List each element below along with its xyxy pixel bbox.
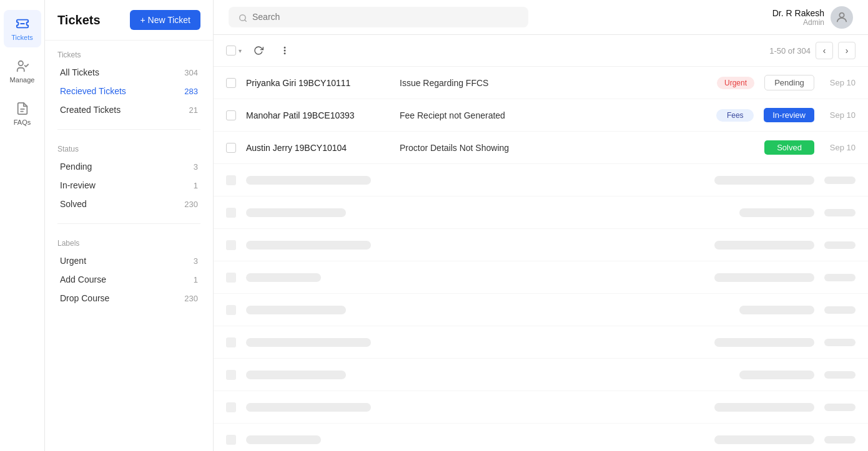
solved-count: 230 xyxy=(184,200,198,209)
created-tickets-count: 21 xyxy=(189,105,198,115)
ticket-status-2: In-review xyxy=(764,108,814,122)
pending-label: Pending xyxy=(60,162,92,172)
all-tickets-label: All Tickets xyxy=(60,67,99,77)
ticket-subject-2: Fee Reciept not Generated xyxy=(400,110,706,120)
pending-count: 3 xyxy=(194,162,198,172)
nav-manage-label: Manage xyxy=(10,76,35,84)
ticket-subject-3: Proctor Details Not Showing xyxy=(400,143,707,153)
toolbar: ▾ 1-50 of 304 ‹ › xyxy=(214,35,868,67)
main-header: Dr. R Rakesh Admin xyxy=(214,0,868,35)
ticket-name-1: Priyanka Giri 19BCY10111 xyxy=(246,78,390,88)
pagination: 1-50 of 304 ‹ › xyxy=(769,42,856,59)
svg-point-7 xyxy=(284,47,285,48)
select-dropdown-icon[interactable]: ▾ xyxy=(239,47,242,54)
ticket-row[interactable]: Manohar Patil 19BCE10393 Fee Reciept not… xyxy=(214,99,868,132)
skeleton-row xyxy=(214,229,868,261)
ticket-status-1: Pending xyxy=(764,75,814,90)
add-course-count: 1 xyxy=(194,275,198,284)
nav-tickets[interactable]: Tickets xyxy=(4,10,41,47)
sidebar-header: Tickets + New Ticket xyxy=(45,0,213,41)
svg-point-9 xyxy=(284,53,285,54)
sidebar-item-received-tickets[interactable]: Recieved Tickets 283 xyxy=(57,82,200,100)
nav-manage[interactable]: Manage xyxy=(4,52,41,90)
sidebar-title: Tickets xyxy=(57,13,101,27)
ticket-name-3: Austin Jerry 19BCY10104 xyxy=(246,143,390,153)
user-role: Admin xyxy=(772,18,824,27)
divider-1 xyxy=(57,129,200,130)
more-options-button[interactable] xyxy=(275,41,294,60)
skeleton-row xyxy=(214,326,868,359)
main-content: Dr. R Rakesh Admin ▾ xyxy=(214,0,868,451)
skeleton-row xyxy=(214,164,868,196)
new-ticket-button[interactable]: + New Ticket xyxy=(130,10,200,30)
sidebar-status-section: Status Pending 3 In-review 1 Solved 230 xyxy=(45,135,213,218)
ticket-label-2: Fees xyxy=(716,109,754,122)
sidebar-item-add-course[interactable]: Add Course 1 xyxy=(57,270,200,289)
ticket-date-2: Sep 10 xyxy=(824,110,856,120)
select-all-checkbox[interactable] xyxy=(226,46,236,56)
ticket-row[interactable]: Priyanka Giri 19BCY10111 Issue Regarding… xyxy=(214,67,868,99)
next-page-button[interactable]: › xyxy=(838,42,856,59)
tickets-list: Priyanka Giri 19BCY10111 Issue Regarding… xyxy=(214,67,868,451)
ticket-label-3 xyxy=(717,146,754,150)
sidebar-item-drop-course[interactable]: Drop Course 230 xyxy=(57,289,200,308)
sidebar-item-inreview[interactable]: In-review 1 xyxy=(57,176,200,195)
ticket-icon xyxy=(15,16,30,31)
nav-faqs-label: FAQs xyxy=(14,119,31,126)
sidebar-item-created-tickets[interactable]: Created Tickets 21 xyxy=(57,100,200,119)
ticket-checkbox-3[interactable] xyxy=(226,143,236,153)
inreview-count: 1 xyxy=(194,181,198,190)
urgent-label: Urgent xyxy=(60,256,86,266)
skeleton-row xyxy=(214,424,868,451)
ticket-checkbox-1[interactable] xyxy=(226,78,236,88)
labels-section-label: Labels xyxy=(57,239,200,248)
icon-nav: Tickets Manage FAQs xyxy=(0,0,45,451)
ticket-label-1: Urgent xyxy=(717,77,754,89)
refresh-button[interactable] xyxy=(249,41,268,60)
skeleton-row xyxy=(214,294,868,326)
drop-course-label: Drop Course xyxy=(60,293,109,303)
add-course-label: Add Course xyxy=(60,274,106,284)
drop-course-count: 230 xyxy=(184,294,198,303)
sidebar-item-solved[interactable]: Solved 230 xyxy=(57,195,200,213)
ticket-row[interactable]: Austin Jerry 19BCY10104 Proctor Details … xyxy=(214,132,868,164)
ticket-date-1: Sep 10 xyxy=(824,78,856,87)
ticket-status-3: Solved xyxy=(764,140,814,155)
ticket-name-2: Manohar Patil 19BCE10393 xyxy=(246,110,390,120)
skeleton-row xyxy=(214,359,868,391)
ticket-checkbox-2[interactable] xyxy=(226,110,236,120)
nav-faqs[interactable]: FAQs xyxy=(4,95,41,132)
skeleton-row xyxy=(214,391,868,424)
sidebar-tickets-section: Tickets All Tickets 304 Recieved Tickets… xyxy=(45,41,213,124)
faqs-icon xyxy=(15,101,30,116)
received-tickets-label: Recieved Tickets xyxy=(60,86,126,96)
avatar xyxy=(831,6,853,29)
nav-tickets-label: Tickets xyxy=(11,34,32,41)
sidebar-item-all-tickets[interactable]: All Tickets 304 xyxy=(57,63,200,82)
solved-label: Solved xyxy=(60,199,87,209)
sidebar-item-urgent[interactable]: Urgent 3 xyxy=(57,251,200,270)
sidebar-item-pending[interactable]: Pending 3 xyxy=(57,157,200,176)
divider-2 xyxy=(57,223,200,224)
inreview-label: In-review xyxy=(60,180,96,190)
created-tickets-label: Created Tickets xyxy=(60,105,121,115)
select-all-wrapper[interactable]: ▾ xyxy=(226,46,242,56)
search-icon xyxy=(239,12,247,22)
search-input[interactable] xyxy=(252,12,518,22)
all-tickets-count: 304 xyxy=(184,68,198,77)
sidebar-labels-section: Labels Urgent 3 Add Course 1 Drop Course… xyxy=(45,229,213,313)
ticket-subject-1: Issue Regarding FFCS xyxy=(400,78,707,88)
manage-icon xyxy=(15,59,30,74)
sidebar: Tickets + New Ticket Tickets All Tickets… xyxy=(45,0,214,451)
svg-point-8 xyxy=(284,50,285,51)
pagination-text: 1-50 of 304 xyxy=(769,46,811,56)
search-bar[interactable] xyxy=(229,7,528,27)
svg-point-1 xyxy=(18,61,22,65)
tickets-section-label: Tickets xyxy=(57,51,200,59)
ticket-date-3: Sep 10 xyxy=(824,143,856,152)
user-details: Dr. R Rakesh Admin xyxy=(772,8,824,27)
user-name: Dr. R Rakesh xyxy=(772,8,824,18)
prev-page-button[interactable]: ‹ xyxy=(816,42,833,59)
received-tickets-count: 283 xyxy=(184,87,198,96)
skeleton-row xyxy=(214,196,868,229)
